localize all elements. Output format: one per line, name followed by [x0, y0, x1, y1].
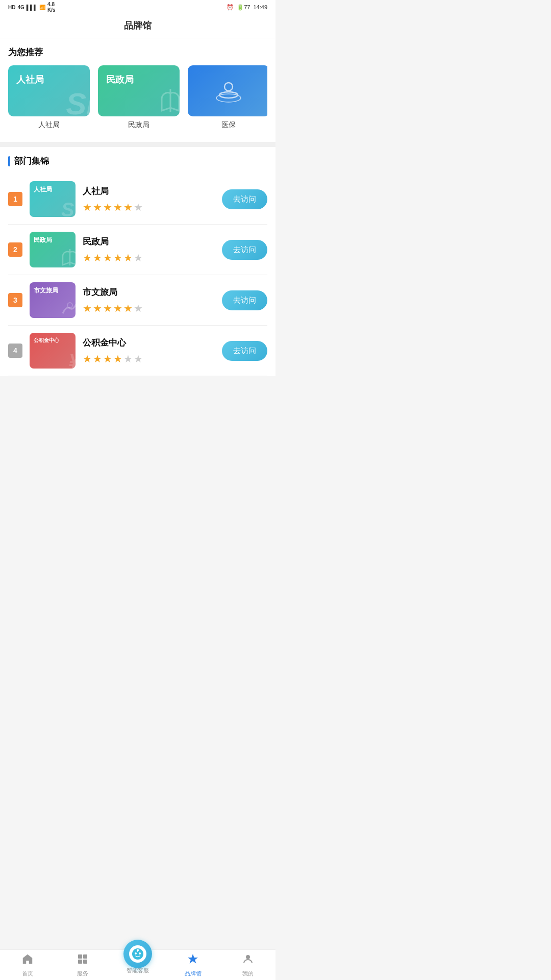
dept-item-2: 2 民政局 民政局 ★ ★ ★ ★ ★ ★ — [8, 225, 267, 275]
star-3-3: ★ — [103, 302, 112, 314]
recommend-item-yibao[interactable]: 医保 — [188, 65, 267, 130]
svg-point-0 — [224, 83, 233, 91]
section-divider — [0, 142, 276, 147]
stars-3: ★ ★ ★ ★ ★ ★ — [83, 302, 215, 314]
star-2-3: ★ — [103, 252, 112, 264]
status-signal-icon: ▌▌▌ — [27, 5, 37, 10]
star-3-4: ★ — [113, 302, 122, 314]
dept-name-3: 市文旅局 — [83, 286, 215, 298]
status-left: HD 4G ▌▌▌ 📶 4.8K/s — [8, 2, 56, 13]
rank-badge-3: 3 — [8, 293, 22, 307]
card-bg-renshe: SI — [66, 86, 90, 116]
dept-item-3: 3 市文旅局 市文旅局 ★ ★ ★ ★ ★ — [8, 275, 267, 326]
wifi-icon: 📶 — [39, 5, 45, 10]
visit-btn-2[interactable]: 去访问 — [222, 240, 267, 260]
star-3-1: ★ — [83, 302, 92, 314]
star-3-2: ★ — [93, 302, 102, 314]
logo-bg-minzheng — [60, 248, 76, 267]
dept-name-1: 人社局 — [83, 185, 215, 197]
status-right: ⏰ 🔋77 14:49 — [227, 4, 267, 11]
dept-logo-gongjijin[interactable]: 公积金中心 ¥ — [30, 333, 76, 369]
dept-section-title: 部门集锦 — [8, 155, 267, 167]
star-1-3: ★ — [103, 201, 112, 213]
status-speed: 4.8K/s — [47, 2, 56, 13]
dept-section: 部门集锦 1 人社局 SI 人社局 ★ ★ ★ ★ ★ ★ — [0, 147, 276, 376]
recommend-section: 为您推荐 人社局 SI 人社局 民政局 — [0, 38, 276, 142]
card-label-minzheng: 民政局 — [106, 74, 134, 86]
star-2-2: ★ — [93, 252, 102, 264]
recommend-name-minzheng: 民政局 — [128, 120, 149, 130]
dept-name-4: 公积金中心 — [83, 337, 215, 349]
visit-btn-1[interactable]: 去访问 — [222, 189, 267, 209]
page-container: HD 4G ▌▌▌ 📶 4.8K/s ⏰ 🔋77 14:49 品牌馆 为您推荐 … — [0, 0, 276, 427]
star-1-5: ★ — [123, 201, 133, 213]
rank-badge-1: 1 — [8, 192, 22, 206]
dept-info-2: 民政局 ★ ★ ★ ★ ★ ★ — [83, 236, 215, 264]
recommend-item-renshe[interactable]: 人社局 SI 人社局 — [8, 65, 90, 130]
rank-number-2: 2 — [13, 246, 17, 254]
page-title: 品牌馆 — [124, 20, 152, 31]
dept-info-4: 公积金中心 ★ ★ ★ ★ ★ ★ — [83, 337, 215, 365]
logo-label-gongjijin: 公积金中心 — [34, 337, 59, 344]
star-2-4: ★ — [113, 252, 122, 264]
card-label-renshe: 人社局 — [16, 74, 44, 86]
recommend-title: 为您推荐 — [8, 46, 267, 58]
rank-number-3: 3 — [13, 296, 17, 304]
dept-item-4: 4 公积金中心 ¥ 公积金中心 ★ ★ ★ ★ ★ ★ 去访问 — [8, 326, 267, 376]
rank-number-4: 4 — [13, 347, 17, 355]
star-1-6: ★ — [134, 201, 143, 213]
status-hd: HD — [8, 5, 15, 10]
recommend-scroll: 人社局 SI 人社局 民政局 民政局 — [8, 65, 267, 132]
dept-item-1: 1 人社局 SI 人社局 ★ ★ ★ ★ ★ ★ 去访问 — [8, 174, 267, 225]
stars-1: ★ ★ ★ ★ ★ ★ — [83, 201, 215, 213]
visit-btn-4[interactable]: 去访问 — [222, 341, 267, 361]
battery-level: 🔋77 — [237, 4, 250, 11]
star-4-2: ★ — [93, 353, 102, 365]
stars-2: ★ ★ ★ ★ ★ ★ — [83, 252, 215, 264]
star-1-4: ★ — [113, 201, 122, 213]
status-time: 14:49 — [253, 4, 267, 10]
recommend-card-renshe[interactable]: 人社局 SI — [8, 65, 90, 116]
star-2-1: ★ — [83, 252, 92, 264]
alarm-icon: ⏰ — [227, 4, 234, 11]
page-header: 品牌馆 — [0, 14, 276, 38]
star-4-6: ★ — [134, 353, 143, 365]
star-3-6: ★ — [134, 302, 143, 314]
logo-label-renshe: 人社局 — [34, 185, 52, 194]
star-4-5: ★ — [123, 353, 133, 365]
recommend-item-minzheng[interactable]: 民政局 民政局 — [98, 65, 180, 130]
recommend-card-yibao[interactable] — [188, 65, 267, 116]
dept-info-1: 人社局 ★ ★ ★ ★ ★ ★ — [83, 185, 215, 213]
star-3-5: ★ — [123, 302, 133, 314]
dept-logo-wenlu[interactable]: 市文旅局 — [30, 282, 76, 318]
logo-bg-wenlu — [60, 298, 76, 318]
title-bar-indicator — [8, 156, 10, 166]
svg-point-3 — [67, 303, 72, 308]
status-network: 4G — [17, 5, 24, 10]
recommend-card-minzheng[interactable]: 民政局 — [98, 65, 180, 116]
dept-title-text: 部门集锦 — [14, 155, 49, 167]
star-2-6: ★ — [134, 252, 143, 264]
dept-name-2: 民政局 — [83, 236, 215, 248]
star-1-2: ★ — [93, 201, 102, 213]
dept-logo-minzheng[interactable]: 民政局 — [30, 232, 76, 267]
recommend-name-renshe: 人社局 — [38, 120, 60, 130]
rank-badge-4: 4 — [8, 344, 22, 358]
star-4-3: ★ — [103, 353, 112, 365]
card-bg-minzheng — [157, 86, 180, 116]
status-bar: HD 4G ▌▌▌ 📶 4.8K/s ⏰ 🔋77 14:49 — [0, 0, 276, 14]
dept-logo-renshe[interactable]: 人社局 SI — [30, 181, 76, 217]
star-2-5: ★ — [123, 252, 133, 264]
star-4-4: ★ — [113, 353, 122, 365]
svg-point-1 — [219, 92, 238, 98]
dept-info-3: 市文旅局 ★ ★ ★ ★ ★ ★ — [83, 286, 215, 314]
star-1-1: ★ — [83, 201, 92, 213]
star-4-1: ★ — [83, 353, 92, 365]
logo-label-minzheng: 民政局 — [34, 236, 52, 244]
logo-bg-gongjijin: ¥ — [69, 351, 76, 369]
stars-4: ★ ★ ★ ★ ★ ★ — [83, 353, 215, 365]
rank-number-1: 1 — [13, 195, 17, 203]
visit-btn-3[interactable]: 去访问 — [222, 290, 267, 310]
logo-label-wenlu: 市文旅局 — [34, 286, 58, 295]
logo-bg-renshe: SI — [61, 199, 76, 217]
